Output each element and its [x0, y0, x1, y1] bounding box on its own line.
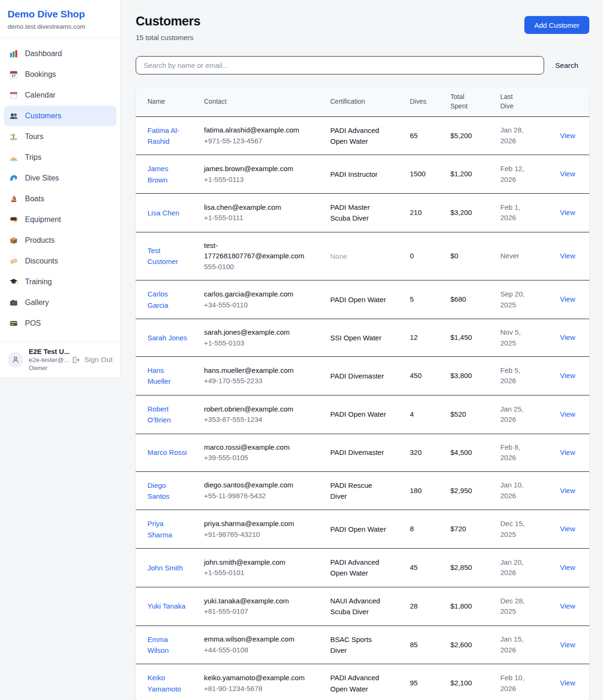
customer-certification: PADI Advanced Open Water	[330, 557, 386, 579]
view-link[interactable]: View	[560, 410, 575, 418]
sign-out-button[interactable]: Sign Out	[71, 355, 113, 364]
user-info: E2E Test U... e2e-tester@... Owner	[29, 348, 65, 371]
sidebar-item-boats[interactable]: Boats	[4, 189, 116, 209]
customer-last-dive: Feb 1, 2026	[500, 194, 551, 232]
customer-last-dive: Feb 12, 2026	[500, 155, 551, 194]
people-busts-icon	[8, 111, 19, 121]
customer-email: marco.rossi@example.com	[204, 442, 317, 453]
view-link[interactable]: View	[560, 679, 575, 687]
sidebar-item-dashboard[interactable]: Dashboard	[4, 43, 116, 64]
user-email: e2e-tester@...	[29, 356, 65, 363]
sidebar-item-discounts[interactable]: Discounts	[4, 251, 116, 272]
table-row: Diego Santos diego.santos@example.com +5…	[136, 471, 589, 510]
customer-name-link[interactable]: John Smith	[147, 562, 183, 573]
search-input[interactable]	[136, 56, 544, 74]
column-header-name: Name	[136, 87, 204, 116]
customer-name-link[interactable]: James Brown	[147, 163, 189, 185]
customer-name-link[interactable]: Carlos Garcia	[147, 288, 189, 311]
view-link[interactable]: View	[560, 170, 575, 178]
sidebar-item-tours[interactable]: Tours	[4, 126, 116, 147]
avatar	[8, 352, 23, 368]
view-link[interactable]: View	[560, 208, 575, 216]
view-link[interactable]: View	[560, 295, 575, 303]
page-title: Customers	[136, 14, 200, 29]
customer-name-link[interactable]: Emma Wilson	[147, 634, 189, 656]
sidebar-item-training[interactable]: Training	[4, 272, 116, 292]
customer-name-link[interactable]: Hans Mueller	[147, 365, 189, 387]
customer-dives: 45	[410, 549, 450, 587]
customer-dives: 8	[410, 510, 450, 549]
table-row: Test Customer test-1772681807767@example…	[136, 232, 589, 280]
tear-off-calendar-icon: 17	[8, 70, 19, 79]
sidebar-nav: Dashboard 17 Bookings Calendar Customers…	[0, 38, 120, 334]
customer-certification: PADI Advanced Open Water	[330, 672, 386, 694]
customer-email: priya.sharma@example.com	[204, 519, 317, 529]
view-link[interactable]: View	[560, 641, 575, 649]
customer-name-link[interactable]: Diego Santos	[147, 480, 189, 502]
customer-name-link[interactable]: Yuki Tanaka	[147, 601, 186, 611]
user-section: E2E Test U... e2e-tester@... Owner Sign …	[0, 341, 120, 378]
sidebar-item-gallery[interactable]: Gallery	[4, 292, 116, 313]
customer-dives: 5	[410, 280, 450, 319]
sidebar-item-calendar[interactable]: Calendar	[4, 85, 116, 106]
spiral-calendar-icon	[8, 91, 19, 100]
view-link[interactable]: View	[560, 132, 575, 140]
column-header-certification: Certification	[330, 87, 410, 116]
table-row: Emma Wilson emma.wilson@example.com +44-…	[136, 626, 589, 664]
customer-certification: PADI Master Scuba Diver	[330, 202, 386, 224]
customer-name-link[interactable]: Keiko Yamamoto	[147, 672, 189, 694]
view-link[interactable]: View	[560, 563, 575, 571]
view-link[interactable]: View	[560, 252, 575, 260]
view-link[interactable]: View	[560, 371, 575, 379]
customer-certification: PADI Advanced Open Water	[330, 125, 386, 147]
view-link[interactable]: View	[560, 333, 575, 341]
customer-name-link[interactable]: Marco Rossi	[147, 447, 187, 458]
customer-name-link[interactable]: Test Customer	[147, 245, 189, 267]
customer-phone: +1-555-0113	[204, 174, 317, 185]
customer-phone: 555-0100	[204, 262, 317, 272]
sidebar-item-dive-sites[interactable]: Dive Sites	[4, 168, 116, 189]
sidebar-item-label: Equipment	[25, 215, 61, 224]
customer-last-dive: Feb 10, 2026	[500, 664, 551, 700]
customer-name-link[interactable]: Lisa Chen	[147, 207, 179, 218]
column-header-total-spent: Total Spent	[450, 87, 500, 116]
customer-total-spent: $2,100	[450, 664, 500, 700]
sidebar-item-label: Bookings	[25, 70, 56, 79]
customer-name-link[interactable]: Priya Sharma	[147, 518, 189, 540]
view-link[interactable]: View	[560, 486, 575, 494]
customer-certification: SSI Open Water	[330, 332, 382, 343]
search-button[interactable]: Search	[544, 61, 589, 70]
sidebar-item-label: Customers	[25, 112, 61, 120]
sidebar-item-bookings[interactable]: 17 Bookings	[4, 64, 116, 85]
customer-dives: 180	[410, 471, 450, 510]
sidebar-item-label: POS	[25, 319, 41, 328]
sign-out-label: Sign Out	[84, 355, 113, 364]
user-role: Owner	[29, 364, 65, 371]
sailboat-icon	[8, 194, 19, 204]
sidebar-item-label: Training	[25, 278, 52, 286]
customer-phone: +44-555-0108	[204, 645, 317, 656]
sidebar-item-customers[interactable]: Customers	[4, 106, 116, 126]
customer-last-dive: Dec 28, 2025	[500, 587, 551, 626]
page-header: Customers 15 total customers Add Custome…	[136, 14, 589, 41]
customer-name-link[interactable]: Sarah Jones	[147, 332, 187, 343]
sidebar-item-products[interactable]: Products	[4, 230, 116, 251]
sidebar-item-label: Dive Sites	[25, 174, 59, 182]
customer-dives: 0	[410, 232, 450, 280]
sidebar-item-equipment[interactable]: Equipment	[4, 209, 116, 230]
customer-email: sarah.jones@example.com	[204, 327, 317, 338]
customer-name-link[interactable]: Fatima Al-Rashid	[147, 125, 189, 147]
view-link[interactable]: View	[560, 448, 575, 456]
customer-total-spent: $3,800	[450, 357, 500, 395]
add-customer-button[interactable]: Add Customer	[524, 16, 589, 34]
customer-certification: PADI Instructor	[330, 169, 378, 180]
customer-certification: PADI Rescue Diver	[330, 480, 386, 502]
customer-name-link[interactable]: Robert O'Brien	[147, 404, 189, 426]
sidebar-item-trips[interactable]: Trips	[4, 147, 116, 168]
sidebar-item-label: Gallery	[25, 298, 49, 307]
view-link[interactable]: View	[560, 525, 575, 533]
customer-last-dive: Jan 10, 2026	[500, 471, 551, 510]
customer-certification: PADI Open Water	[330, 409, 386, 420]
view-link[interactable]: View	[560, 602, 575, 610]
sidebar-item-pos[interactable]: POS	[4, 313, 116, 334]
